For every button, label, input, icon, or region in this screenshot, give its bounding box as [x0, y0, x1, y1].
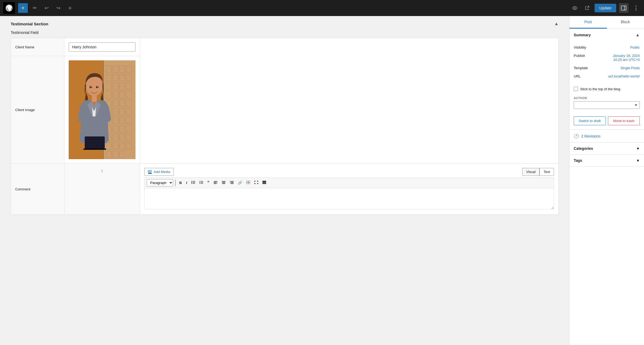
client-name-input[interactable] — [69, 42, 135, 52]
comment-label: Comment — [11, 164, 64, 215]
undo-button[interactable]: ↩ — [42, 3, 51, 13]
blockquote-button[interactable]: " — [206, 179, 211, 186]
kitchen-sink-button[interactable] — [261, 180, 268, 186]
table-button[interactable] — [245, 180, 252, 186]
summary-section: Summary ▲ Visibility Public Publish Janu… — [569, 29, 644, 130]
tags-chevron: ▼ — [636, 159, 640, 163]
url-label: URL — [574, 74, 581, 78]
visibility-value[interactable]: Public — [630, 45, 640, 49]
svg-rect-90 — [262, 181, 266, 182]
categories-header[interactable]: Categories ▼ — [569, 143, 644, 154]
main-toolbar: + ✏ ↩ ↪ ≡ Update ⋮ — [0, 0, 644, 16]
comment-toolbar: Add Media Visual Text — [144, 168, 554, 176]
paragraph-select[interactable]: Paragraph — [147, 179, 173, 186]
url-value[interactable]: acf.local/hello-world/ — [608, 74, 640, 78]
add-block-button[interactable]: + — [18, 3, 28, 13]
block-tab[interactable]: Block — [607, 16, 644, 29]
wp-logo — [3, 2, 15, 14]
tags-title: Tags — [574, 158, 582, 163]
bold-button[interactable]: B — [178, 180, 183, 186]
template-label: Template — [574, 66, 588, 70]
revisions-link[interactable]: 2 Revisions — [581, 134, 600, 138]
summary-grid: Visibility Public Publish January 19, 20… — [569, 41, 644, 85]
author-select[interactable] — [574, 101, 640, 109]
comment-cell: Add Media Visual Text Paragraph B — [140, 164, 558, 215]
summary-header[interactable]: Summary ▲ — [569, 29, 644, 41]
stick-checkbox-row: Stick to the top of the blog — [569, 85, 644, 94]
revisions-section: 🕐 2 Revisions — [569, 130, 644, 143]
template-row: Template Single Posts — [574, 64, 640, 72]
sidebar-tabs: Post Block — [569, 16, 644, 29]
add-media-button[interactable]: Add Media — [144, 168, 174, 176]
editor-header: Testimonial Section ▲ — [11, 21, 558, 26]
svg-rect-91 — [262, 182, 266, 183]
update-button[interactable]: Update — [595, 4, 616, 12]
sidebar: Post Block ✕ Summary ▲ Visibility Public… — [569, 16, 644, 345]
tags-header[interactable]: Tags ▼ — [569, 155, 644, 166]
categories-section: Categories ▼ — [569, 143, 644, 155]
revisions-row[interactable]: 🕐 2 Revisions — [569, 130, 644, 142]
editor-area: Testimonial Section ▲ Testimonial Field … — [0, 16, 569, 345]
svg-rect-55 — [85, 136, 105, 148]
tags-section: Tags ▼ — [569, 155, 644, 167]
svg-point-63 — [191, 181, 192, 182]
client-image-label: Client Image — [11, 56, 64, 164]
svg-point-1 — [574, 7, 575, 9]
summary-toggle[interactable]: ▲ — [635, 33, 640, 37]
svg-rect-56 — [83, 148, 106, 150]
list-view-button[interactable]: ≡ — [65, 3, 75, 13]
summary-title: Summary — [574, 33, 591, 37]
align-center-button[interactable] — [220, 180, 227, 186]
revisions-icon: 🕐 — [574, 134, 579, 139]
text-tab[interactable]: Text — [540, 168, 554, 176]
comment-textarea[interactable] — [144, 188, 554, 209]
svg-rect-2 — [621, 6, 626, 10]
collapse-button[interactable]: ▲ — [554, 21, 558, 26]
svg-point-67 — [191, 183, 192, 184]
format-toolbar: Paragraph B I 1.2.3. " — [144, 177, 554, 188]
options-button[interactable]: ⋮ — [631, 3, 641, 13]
ordered-list-button[interactable]: 1.2.3. — [198, 180, 205, 186]
view-button[interactable] — [570, 3, 580, 13]
move-to-trash-button[interactable]: Move to trash — [608, 116, 640, 125]
fullscreen-button[interactable] — [253, 180, 260, 186]
svg-rect-51 — [92, 95, 97, 102]
client-name-row: Client Name — [11, 38, 558, 56]
stick-checkbox[interactable] — [574, 87, 578, 91]
switch-to-draft-button[interactable]: Switch to draft — [574, 116, 606, 125]
publish-row: Publish January 19, 2024 10:20 am UTC+0 — [574, 52, 640, 64]
main-layout: Testimonial Section ▲ Testimonial Field … — [0, 16, 644, 345]
view-tabs: Visual Text — [522, 168, 554, 176]
template-value[interactable]: Single Posts — [620, 66, 640, 70]
client-image-preview[interactable] — [69, 60, 135, 159]
client-name-cell — [64, 38, 140, 56]
publish-value[interactable]: January 19, 2024 10:20 am UTC+0 — [613, 54, 640, 62]
pencil-button[interactable]: ✏ — [30, 3, 40, 13]
italic-button[interactable]: I — [184, 180, 189, 186]
visual-tab[interactable]: Visual — [522, 168, 540, 176]
visibility-label: Visibility — [574, 45, 586, 49]
publish-label: Publish — [574, 54, 585, 58]
svg-point-65 — [191, 182, 192, 183]
unordered-list-button[interactable] — [190, 180, 197, 186]
visibility-row: Visibility Public — [574, 43, 640, 52]
client-image-row: Client Image — [11, 56, 558, 164]
svg-text:3.: 3. — [199, 183, 201, 184]
author-section: AUTHOR — [569, 94, 644, 113]
url-row: URL acf.local/hello-world/ — [574, 72, 640, 80]
redo-button[interactable]: ↪ — [53, 3, 63, 13]
align-left-button[interactable] — [212, 180, 219, 186]
row-number: 1 — [64, 164, 140, 215]
categories-chevron: ▼ — [636, 147, 640, 151]
categories-title: Categories — [574, 146, 593, 151]
acf-table: Client Name Client Image — [11, 38, 558, 215]
align-right-button[interactable] — [228, 180, 235, 186]
post-tab[interactable]: Post — [569, 16, 607, 29]
svg-point-61 — [148, 170, 150, 172]
stick-label[interactable]: Stick to the top of the blog — [580, 87, 620, 91]
external-link-button[interactable] — [582, 3, 592, 13]
sidebar-toggle-button[interactable] — [619, 3, 629, 13]
action-buttons: Switch to draft Move to trash — [569, 113, 644, 130]
svg-point-59 — [91, 87, 92, 87]
link-button[interactable]: 🔗 — [236, 180, 244, 186]
